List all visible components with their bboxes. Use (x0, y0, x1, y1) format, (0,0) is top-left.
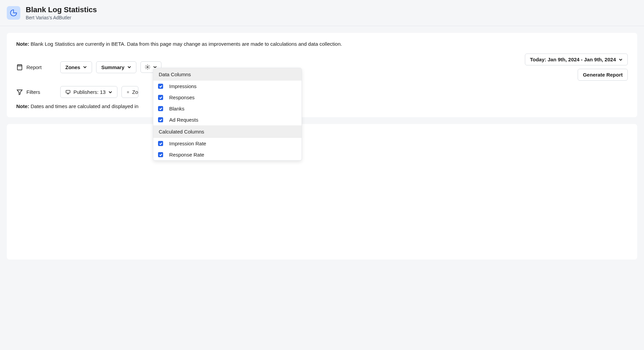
page-subtitle: Bert Varias's AdButler (26, 15, 97, 20)
column-option-blanks[interactable]: Blanks (153, 103, 302, 114)
zones-filter-button[interactable]: Zo (121, 86, 138, 98)
svg-rect-10 (127, 91, 129, 93)
option-label: Impression Rate (169, 141, 206, 146)
chevron-down-icon (619, 58, 623, 62)
results-card (7, 124, 637, 260)
svg-point-6 (147, 66, 148, 68)
option-label: Ad Requests (169, 117, 198, 123)
zone-icon (127, 89, 129, 95)
option-label: Response Rate (169, 152, 204, 158)
checkbox-checked-icon (158, 84, 163, 89)
filters-label-text: Filters (26, 89, 40, 95)
gear-icon (145, 64, 150, 70)
checkbox-checked-icon (158, 117, 163, 122)
monitor-icon (65, 89, 71, 95)
zones-filter-label: Zo (132, 89, 138, 95)
column-option-impression-rate[interactable]: Impression Rate (153, 138, 302, 149)
zones-button-label: Zones (65, 64, 80, 70)
report-label-text: Report (26, 64, 42, 70)
publishers-filter-button[interactable]: Publishers: 13 (60, 86, 117, 98)
checkbox-checked-icon (158, 152, 163, 157)
column-option-response-rate[interactable]: Response Rate (153, 149, 302, 160)
beta-note: Note: Blank Log Statistics are currently… (16, 41, 628, 47)
note-label: Note: (16, 41, 29, 47)
controls-card: Note: Blank Log Statistics are currently… (7, 33, 637, 117)
option-label: Blanks (169, 106, 184, 111)
checkbox-checked-icon (158, 95, 163, 100)
timezone-note: Note: Dates and times are calculated and… (16, 103, 628, 109)
summary-button-label: Summary (101, 64, 124, 70)
svg-point-11 (128, 91, 128, 92)
generate-report-button[interactable]: Generate Report (578, 69, 628, 81)
header-text: Blank Log Statistics Bert Varias's AdBut… (26, 5, 97, 20)
report-row: Report Zones Summary Today: Jan 9th, 202… (16, 54, 628, 81)
zones-dropdown-button[interactable]: Zones (60, 61, 92, 73)
checkbox-checked-icon (158, 141, 163, 146)
checkbox-checked-icon (158, 106, 163, 111)
date-range-label: Today: Jan 9th, 2024 - Jan 9th, 2024 (530, 57, 616, 62)
pie-chart-icon (7, 6, 20, 20)
data-columns-header: Data Columns (153, 68, 302, 81)
filters-row: Filters Publishers: 13 Zo (16, 86, 628, 98)
calculated-columns-header: Calculated Columns (153, 125, 302, 138)
chevron-down-icon (83, 65, 87, 69)
publishers-filter-label: Publishers: 13 (73, 89, 106, 95)
date-range-button[interactable]: Today: Jan 9th, 2024 - Jan 9th, 2024 (525, 54, 628, 65)
note-text: Dates and times are calculated and displ… (29, 103, 138, 109)
note-text: Blank Log Statistics are currently in BE… (29, 41, 342, 47)
page-title: Blank Log Statistics (26, 5, 97, 14)
chevron-down-icon (108, 90, 112, 94)
column-option-ad-requests[interactable]: Ad Requests (153, 114, 302, 125)
filters-label: Filters (16, 89, 47, 96)
report-label: Report (16, 64, 47, 70)
svg-rect-7 (66, 90, 70, 93)
column-option-responses[interactable]: Responses (153, 92, 302, 103)
columns-dropdown: Data Columns Impressions Responses Blank… (153, 68, 302, 161)
svg-rect-0 (17, 65, 22, 70)
chevron-down-icon (127, 65, 131, 69)
report-icon (16, 64, 23, 70)
option-label: Impressions (169, 83, 197, 89)
page-header: Blank Log Statistics Bert Varias's AdBut… (0, 0, 644, 26)
column-option-impressions[interactable]: Impressions (153, 81, 302, 92)
filter-icon (16, 89, 23, 96)
option-label: Responses (169, 95, 195, 100)
toolbar-right: Today: Jan 9th, 2024 - Jan 9th, 2024 Gen… (525, 54, 628, 81)
generate-report-label: Generate Report (583, 72, 623, 78)
summary-dropdown-button[interactable]: Summary (96, 61, 136, 73)
note-label: Note: (16, 103, 29, 109)
